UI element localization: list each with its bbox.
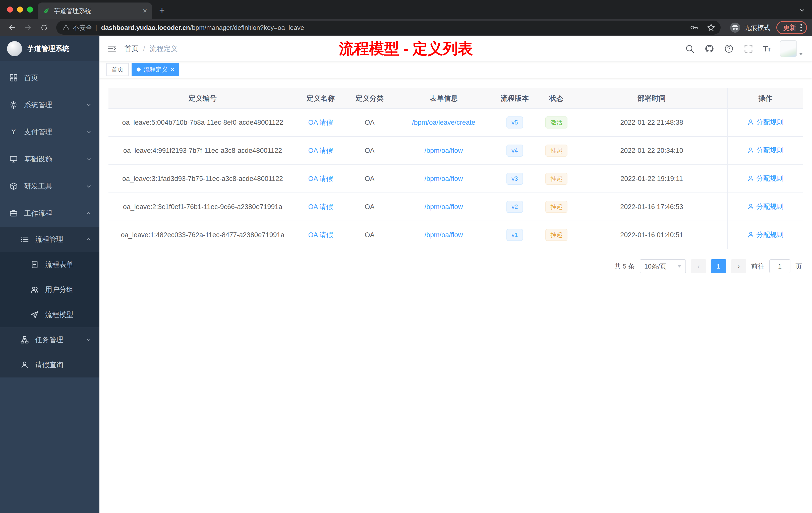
next-page-button[interactable]: › (731, 259, 746, 273)
search-icon[interactable] (685, 44, 695, 54)
tag-close-icon[interactable]: × (171, 66, 174, 72)
goto-label: 前往 (751, 262, 764, 271)
sidebar-item-dev-tools[interactable]: 研发工具 (0, 173, 99, 200)
page-size-select[interactable]: 10条/页 (640, 259, 686, 273)
status-badge: 激活 (545, 117, 568, 128)
address-bar[interactable]: 不安全 | dashboard.yudao.iocoder.cn/bpm/man… (56, 21, 721, 35)
form-link[interactable]: /bpm/oa/flow (424, 147, 463, 154)
tree-icon (20, 335, 29, 344)
url-text[interactable]: dashboard.yudao.iocoder.cn/bpm/manager/d… (101, 24, 684, 32)
browser-menu-dots-icon[interactable] (800, 24, 802, 32)
goto-page-input[interactable] (769, 259, 790, 273)
forward-icon[interactable] (21, 21, 35, 35)
sidebar-item-label: 支付管理 (24, 127, 52, 137)
sidebar-logo[interactable]: 芋道管理系统 (0, 36, 99, 61)
assign-rule-link[interactable]: 分配规则 (748, 202, 784, 211)
sidebar-item-process-management[interactable]: 流程管理 (0, 227, 99, 252)
back-icon[interactable] (5, 21, 19, 35)
sidebar-item-label: 任务管理 (35, 335, 63, 344)
sidebar-item-task-management[interactable]: 任务管理 (0, 327, 99, 352)
assign-rule-label: 分配规则 (756, 230, 784, 239)
sidebar-item-process-model[interactable]: 流程模型 (0, 302, 99, 327)
sidebar-item-infrastructure[interactable]: 基础设施 (0, 146, 99, 173)
font-size-icon[interactable]: TT (763, 44, 770, 54)
definition-name-link[interactable]: OA 请假 (308, 119, 333, 126)
sidebar-item-process-form[interactable]: 流程表单 (0, 252, 99, 277)
dashboard-icon (9, 73, 18, 82)
password-key-icon[interactable] (688, 21, 700, 34)
cell-id: oa_leave:4:991f2193-7b7f-11ec-a3c8-acde4… (109, 137, 297, 164)
question-icon[interactable] (724, 44, 734, 54)
url-path: /bpm/manager/definition?key=oa_leave (190, 24, 304, 31)
sidebar-item-home[interactable]: 首页 (0, 64, 99, 91)
sidebar-item-system[interactable]: 系统管理 (0, 91, 99, 118)
warning-triangle-icon (62, 24, 70, 31)
definition-name-link[interactable]: OA 请假 (308, 175, 333, 182)
tag-home[interactable]: 首页 (107, 63, 128, 76)
users-icon (30, 285, 39, 294)
chevron-down-icon (86, 337, 91, 342)
breadcrumb-home[interactable]: 首页 (124, 44, 139, 54)
breadcrumb: 首页 / 流程定义 (124, 44, 178, 54)
cell-deploy-time: 2022-01-22 21:48:38 (576, 109, 728, 137)
tab-close-icon[interactable]: × (143, 7, 147, 14)
hamburger-icon[interactable] (99, 44, 124, 53)
select-caret-icon (677, 265, 682, 268)
assign-rule-link[interactable]: 分配规则 (748, 118, 784, 127)
tab-search-chevron-icon[interactable] (800, 7, 805, 13)
sidebar-item-payment[interactable]: ¥ 支付管理 (0, 118, 99, 146)
chevron-down-icon (86, 183, 91, 189)
version-tag: v1 (506, 229, 523, 241)
table-row: oa_leave:4:991f2193-7b7f-11ec-a3c8-acde4… (109, 137, 803, 164)
cell-category: OA (345, 164, 395, 193)
url-host: dashboard.yudao.iocoder.cn (101, 24, 190, 31)
zoom-window-button[interactable] (27, 6, 33, 12)
assign-rule-link[interactable]: 分配规则 (748, 230, 784, 239)
form-link[interactable]: /bpm/oa/flow (424, 231, 463, 239)
site-security[interactable]: 不安全 | (62, 23, 97, 32)
github-icon[interactable] (704, 44, 714, 54)
prev-page-button[interactable]: ‹ (691, 259, 706, 273)
paper-plane-icon (30, 310, 39, 319)
col-header-id: 定义编号 (109, 88, 297, 109)
tag-process-definition[interactable]: 流程定义 × (132, 63, 179, 76)
sidebar-item-label: 流程表单 (45, 260, 73, 269)
incognito-badge: 无痕模式 (730, 22, 770, 33)
sidebar: 芋道管理系统 首页 系统管理 ¥ (0, 36, 99, 513)
reload-icon[interactable] (37, 21, 51, 35)
page-number-button[interactable]: 1 (711, 259, 726, 273)
cell-deploy-time: 2022-01-22 19:19:11 (576, 164, 728, 193)
pagination: 共 5 条 10条/页 ‹ 1 › 前往 页 (109, 249, 803, 283)
sidebar-item-leave-query[interactable]: 请假查询 (0, 352, 99, 378)
close-window-button[interactable] (7, 6, 13, 12)
bookmark-star-icon[interactable] (704, 21, 718, 34)
fullscreen-icon[interactable] (744, 44, 754, 54)
cell-deploy-time: 2022-01-16 01:40:51 (576, 221, 728, 249)
assign-rule-link[interactable]: 分配规则 (748, 146, 784, 155)
active-dot (137, 67, 141, 71)
definition-name-link[interactable]: OA 请假 (308, 231, 333, 239)
sidebar-item-label: 请假查询 (35, 360, 63, 370)
table-row: oa_leave:3:1fad3d93-7b75-11ec-a3c8-acde4… (109, 164, 803, 193)
assign-rule-link[interactable]: 分配规则 (748, 174, 784, 183)
sidebar-item-workflow[interactable]: 工作流程 (0, 200, 99, 227)
new-tab-button[interactable]: + (159, 5, 165, 16)
form-link[interactable]: /bpm/oa/flow (424, 175, 463, 182)
definition-name-link[interactable]: OA 请假 (308, 203, 333, 211)
monitor-icon (9, 155, 18, 163)
tag-label: 首页 (112, 65, 123, 73)
list-icon (20, 235, 29, 244)
user-menu[interactable] (780, 40, 803, 57)
update-browser-button[interactable]: 更新 (776, 21, 807, 34)
yen-icon: ¥ (9, 127, 18, 137)
form-icon (30, 260, 39, 269)
definition-name-link[interactable]: OA 请假 (308, 147, 333, 154)
browser-tab[interactable]: 芋道管理系统 × (38, 2, 152, 19)
minimize-window-button[interactable] (17, 6, 23, 12)
col-header-form: 表单信息 (395, 88, 493, 109)
sidebar-item-user-group[interactable]: 用户分组 (0, 277, 99, 302)
tab-title: 芋道管理系统 (54, 7, 139, 15)
favicon-leaf-icon (43, 7, 50, 14)
form-link[interactable]: /bpm/oa/leave/create (412, 119, 475, 126)
form-link[interactable]: /bpm/oa/flow (424, 203, 463, 211)
